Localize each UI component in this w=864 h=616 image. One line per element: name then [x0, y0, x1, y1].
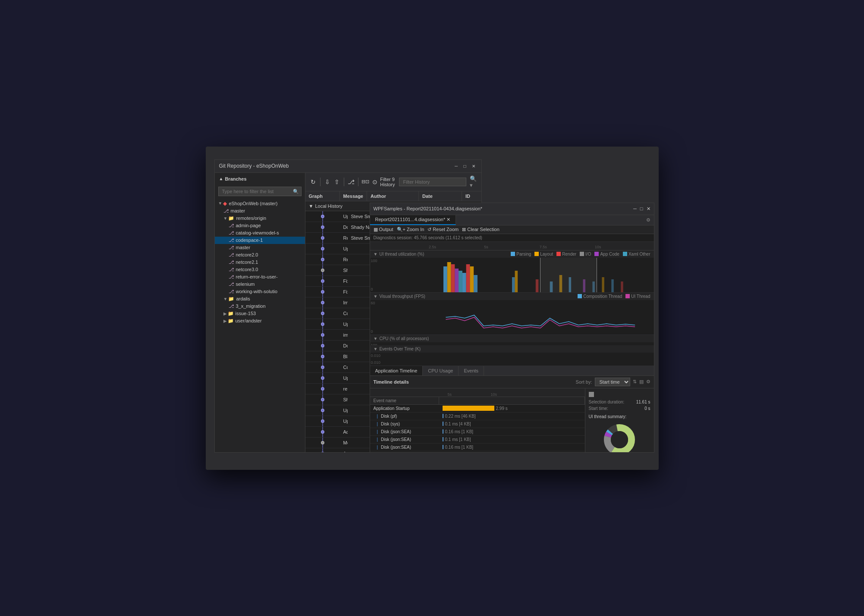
events-chart-header[interactable]: ▼ Events Over Time (K)	[370, 345, 654, 353]
tree-item-admin-page[interactable]: ⎇ admin-page	[215, 222, 305, 229]
diag-maximize-button[interactable]: □	[640, 206, 643, 212]
expand-icon: ▶	[223, 311, 227, 316]
tab-cpu-usage[interactable]: CPU Usage	[423, 366, 459, 375]
chart-title-ui-thread: UI thread utilization (%)	[379, 252, 424, 256]
event-row-disk-sys[interactable]: | Disk (sys) 0.1 ms [4 KB]	[370, 420, 585, 428]
graph-dot	[321, 409, 324, 412]
event-row-disk-json-sea-1[interactable]: | Disk (json:SEA) 0.16 ms [1 KB]	[370, 428, 585, 436]
legend-label-layout: Layout	[540, 252, 553, 256]
event-label: Disk (json:SEA)	[381, 429, 411, 434]
tab-application-timeline[interactable]: Application Timeline	[370, 366, 423, 375]
tree-item-user-andster[interactable]: ▶ 📁 user/andster	[215, 317, 305, 325]
event-row-disk-pf[interactable]: | Disk (pf) 0.22 ms [46 KB]	[370, 413, 585, 420]
tree-item-issue-153[interactable]: ▶ 📁 issue-153	[215, 310, 305, 317]
tree-item-selenium[interactable]: ⎇ selenium	[215, 281, 305, 288]
tree-item-netcore21[interactable]: ⎇ netcore2.1	[215, 259, 305, 266]
cpu-y-max: 100	[371, 343, 377, 345]
reset-zoom-button[interactable]: ↺ Reset Zoom	[427, 227, 459, 232]
graph-cell	[305, 319, 340, 329]
collapse-icon: ▼	[374, 336, 378, 341]
tree-item-working-solutio[interactable]: ⎇ working-with-solutio	[215, 288, 305, 295]
cpu-chart-header[interactable]: ▼ CPU (% of all processors)	[370, 335, 654, 342]
event-bar-cell: 2.99 s	[439, 405, 585, 412]
clear-selection-button[interactable]: ⊠ Clear Selection	[462, 227, 500, 232]
zoom-in-button[interactable]: 🔍+ Zoom In	[397, 227, 424, 232]
fps-chart-section: ▼ Visual throughput (FPS) Composition Th…	[370, 293, 654, 335]
tree-item-master-local[interactable]: ⎇ master	[215, 207, 305, 215]
timeline-content: 5s 10s Event name Application	[370, 388, 654, 452]
event-row-disk-json-sea-2[interactable]: | Disk (json:SEA) 0.1 ms [1 KB]	[370, 436, 585, 444]
branches-header: ▲ Branches	[215, 173, 305, 185]
settings-icon[interactable]: ⚙	[646, 379, 650, 385]
disk-bar	[443, 429, 443, 434]
chart-title-events: Events Over Time (K)	[379, 347, 421, 351]
svg-rect-5	[462, 273, 466, 292]
branch-filter-input[interactable]	[218, 187, 302, 196]
svg-rect-1	[447, 262, 451, 292]
tree-item-remotes-origin[interactable]: ▼ 📁 remotes/origin	[215, 215, 305, 222]
tree-label-remotes: remotes/origin	[236, 216, 266, 221]
graph-cell-wrapper	[305, 244, 340, 254]
tree-item-3x-migration[interactable]: ⎇ 3_x_migration	[215, 303, 305, 310]
sort-icon[interactable]: ⇅	[633, 379, 637, 385]
tree-item-netcore30[interactable]: ⎇ netcore3.0	[215, 266, 305, 273]
svg-rect-4	[459, 271, 462, 292]
close-button[interactable]: ✕	[470, 163, 477, 169]
refresh-button[interactable]: ↻	[309, 176, 317, 188]
branch-button[interactable]: ⎇	[347, 176, 355, 188]
minimize-button[interactable]: ─	[453, 163, 460, 169]
ruler-mark-10s: 10s	[595, 245, 601, 249]
commit-message-cell: Shady nagy/remove newton s...	[340, 265, 348, 275]
pull-button[interactable]: ⇩	[323, 176, 332, 188]
graph-cell	[305, 308, 340, 319]
filter-icon[interactable]: ▤	[639, 379, 644, 385]
filter-history-search-icon[interactable]: 🔍▾	[469, 175, 478, 189]
maximize-button[interactable]: □	[462, 163, 468, 169]
graph-cell-wrapper	[305, 416, 340, 426]
tree-item-netcore20[interactable]: ⎇ netcore2.0	[215, 251, 305, 259]
push-button[interactable]: ⇧	[333, 176, 341, 188]
branches-arrow-icon: ▲	[219, 176, 223, 181]
branch-icon: ⎇	[223, 208, 229, 214]
filter-search-icon: 🔍	[293, 188, 299, 194]
options-button[interactable]: ⊙	[371, 176, 379, 188]
diag-tab-report[interactable]: Report20211101...4.diagsession* ✕	[370, 215, 456, 225]
legend-app-code: App Code	[594, 252, 619, 256]
tree-item-ardalis[interactable]: ▼ 📁 ardalis	[215, 295, 305, 303]
git-titlebar: Git Repository - eShopOnWeb ─ □ ✕	[215, 160, 481, 173]
graph-dot-merge	[321, 269, 324, 272]
timeline-tabs: Application Timeline CPU Usage Events	[370, 366, 654, 376]
legend-composition: Composition Thread	[578, 294, 622, 299]
output-button[interactable]: ▦ Output	[374, 227, 393, 232]
sort-area: Sort by: Start time Duration ⇅ ▤ ⚙	[576, 378, 650, 386]
event-row-app-startup[interactable]: Application Startup 2.99 s	[370, 405, 585, 413]
sort-select[interactable]: Start time Duration	[595, 378, 630, 386]
ui-thread-chart-header[interactable]: ▼ UI thread utilization (%) Parsing Layo…	[370, 250, 654, 258]
git-title-text: Git Repository - eShopOnWeb	[219, 163, 289, 169]
diag-settings-icon[interactable]: ⚙	[646, 217, 650, 223]
stats-panel: Selection duration: 11.61 s Start time: …	[585, 388, 654, 452]
diag-close-button[interactable]: ✕	[647, 206, 650, 212]
event-label: Application Startup	[374, 406, 410, 411]
commit-message-cell: Code cleanup	[340, 308, 348, 319]
tree-item-return-error[interactable]: ⎇ return-error-to-user-	[215, 273, 305, 281]
filter-history-input[interactable]	[399, 178, 466, 186]
graph-dot	[321, 290, 324, 294]
tree-item-codespace-1[interactable]: ⎇ codespace-1	[215, 237, 305, 244]
tab-events[interactable]: Events	[459, 366, 484, 375]
tree-item-eshop[interactable]: ▼ ◆ eShopOnWeb (master)	[215, 200, 305, 207]
graph-dot	[321, 279, 324, 283]
tree-item-catalog-viewmodel[interactable]: ⎇ catalog-viewmodel-s	[215, 229, 305, 237]
diag-minimize-button[interactable]: ─	[633, 206, 637, 212]
commit-message-cell: Update README.md	[340, 416, 348, 426]
fps-chart-header[interactable]: ▼ Visual throughput (FPS) Composition Th…	[370, 293, 654, 300]
tree-label-netcore21: netcore2.1	[236, 260, 258, 265]
tree-item-master-remote[interactable]: ⎇ master	[215, 244, 305, 251]
graph-layout-button[interactable]: ⊟⊡	[361, 176, 370, 188]
collapse-icon: ▼	[374, 347, 378, 351]
commit-message-cell: Code cleanup	[340, 362, 348, 372]
event-row-disk-json-sea-4[interactable]: | Disk (json:SEA) 0.17 ms [1 KB]	[370, 451, 585, 452]
event-row-disk-json-sea-3[interactable]: | Disk (json:SEA) 0.16 ms [1 KB]	[370, 444, 585, 451]
clear-selection-icon: ⊠	[462, 227, 466, 232]
legend-label-parsing: Parsing	[516, 252, 531, 256]
